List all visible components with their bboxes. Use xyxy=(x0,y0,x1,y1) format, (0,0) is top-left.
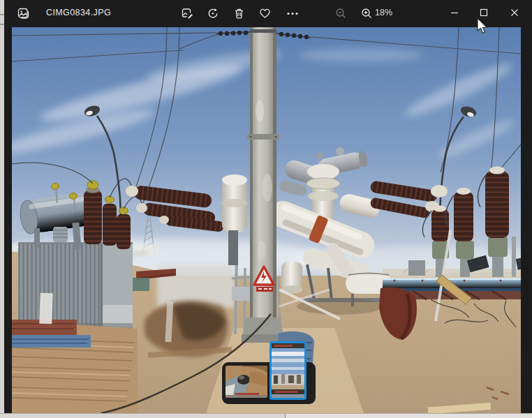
minimize-button[interactable] xyxy=(445,4,464,21)
maximize-button[interactable] xyxy=(475,4,493,21)
ellipsis-icon xyxy=(286,8,299,20)
zoom-in-icon xyxy=(361,8,373,20)
favorite-button[interactable] xyxy=(256,5,274,22)
rotate-button[interactable] xyxy=(204,5,222,22)
delete-button[interactable] xyxy=(230,5,248,22)
zoom-level: 18% xyxy=(375,8,392,17)
close-icon xyxy=(510,8,519,17)
small-insulator xyxy=(53,227,68,242)
zoom-out-button[interactable] xyxy=(332,5,350,22)
background-window-divider xyxy=(285,414,286,418)
edit-image-button[interactable] xyxy=(178,5,196,22)
minimize-icon xyxy=(450,8,459,17)
photo-filename: CIMG0834.JPG xyxy=(46,8,111,17)
close-button[interactable] xyxy=(505,4,524,21)
current-photo-thumbnail[interactable] xyxy=(269,341,306,400)
zoom-out-icon xyxy=(335,8,347,20)
background-window-bottom-strip xyxy=(0,413,532,418)
heart-icon xyxy=(259,8,271,20)
more-options-button[interactable] xyxy=(283,5,302,22)
previous-photo-thumbnail[interactable] xyxy=(226,366,267,398)
background-window-segment xyxy=(286,414,532,418)
photos-app-window: CIMG0834.JPG xyxy=(4,0,532,413)
see-all-photos-button[interactable] xyxy=(14,5,32,22)
zoom-in-button[interactable] xyxy=(357,5,376,22)
photo-canvas[interactable] xyxy=(12,27,521,413)
photos-app-screen: CIMG0834.JPG xyxy=(0,0,532,418)
gallery-icon xyxy=(17,8,29,20)
edit-image-icon xyxy=(182,8,193,20)
substation-photo-illustration xyxy=(12,27,521,413)
trash-icon xyxy=(233,8,245,20)
maximize-icon xyxy=(480,8,488,17)
title-bar: CIMG0834.JPG xyxy=(4,0,532,27)
rotate-icon xyxy=(207,8,219,20)
